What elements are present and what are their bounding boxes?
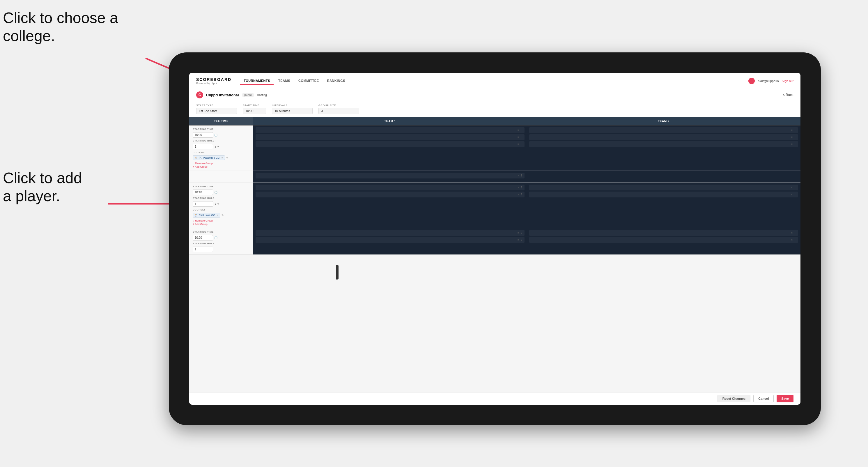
close-icon[interactable]: ×	[791, 186, 793, 189]
course-name-1: (A) Peachtree GC	[199, 156, 220, 159]
expand-icon[interactable]: ⋮	[520, 129, 523, 132]
close-icon[interactable]: ×	[791, 239, 793, 241]
starting-time-input-1[interactable]	[193, 132, 213, 138]
expand-icon[interactable]: ⋮	[794, 143, 796, 146]
reset-changes-button[interactable]: Reset Changes	[717, 395, 750, 402]
group-size-group: Group Size 3 2 4	[318, 104, 359, 114]
player-row: × ⋮	[529, 134, 798, 140]
schedule-row-course-1: × ⋮	[189, 171, 801, 183]
close-icon[interactable]: ×	[518, 193, 519, 196]
tablet-screen: SCOREBOARD Powered by clippi TOURNAMENTS…	[189, 73, 801, 405]
expand-icon[interactable]: ⋮	[520, 143, 523, 146]
nav-committee[interactable]: COMMITTEE	[295, 77, 322, 85]
app-logo: SCOREBOARD Powered by clippi	[196, 77, 231, 85]
close-icon[interactable]: ×	[518, 186, 519, 189]
th-team1: Team 1	[253, 117, 527, 125]
back-button[interactable]: < Back	[783, 93, 794, 97]
expand-icon[interactable]: ⋮	[794, 136, 796, 138]
team1-course-1: × ⋮	[253, 171, 527, 183]
th-team2: Team 2	[527, 117, 801, 125]
starting-hole-select-3[interactable]: 1 10	[193, 247, 213, 252]
team2-course-1	[527, 171, 801, 183]
remove-group-link-2[interactable]: ○ Remove Group	[193, 219, 249, 222]
config-panel-2: STARTING TIME: 🕐 STARTING HOLE: 1 10 ▲▼	[189, 183, 253, 228]
add-group-link-1[interactable]: + Add Group	[193, 165, 249, 168]
nav-links: TOURNAMENTS TEAMS COMMITTEE RANKINGS	[240, 77, 748, 85]
user-avatar	[748, 78, 755, 84]
close-icon[interactable]: ×	[791, 136, 793, 138]
add-group-link-2[interactable]: + Add Group	[193, 223, 249, 226]
start-type-group: Start Type 1st Tee Start Shotgun Start	[196, 104, 237, 114]
config-panel-1: STARTING TIME: 🕐 STARTING HOLE: 1 10 ▲▼	[189, 125, 253, 170]
close-icon[interactable]: ×	[791, 193, 793, 196]
start-time-input[interactable]	[243, 108, 266, 114]
expand-icon[interactable]: ⋮	[520, 193, 523, 196]
starting-hole-label-2: STARTING HOLE:	[193, 197, 249, 199]
course-edit-icon-1: ✎	[226, 156, 228, 159]
start-type-label: Start Type	[196, 104, 237, 107]
expand-icon[interactable]: ⋮	[520, 136, 523, 138]
close-icon[interactable]: ×	[791, 231, 793, 235]
expand-icon[interactable]: ⋮	[794, 186, 796, 189]
close-icon[interactable]: ×	[518, 143, 519, 146]
team1-cell-3: × ⋮ × ⋮	[253, 228, 527, 254]
starting-time-input-2[interactable]	[193, 190, 213, 195]
nav-tournaments[interactable]: TOURNAMENTS	[240, 77, 274, 85]
course-tag-2[interactable]: 🏌 East Lake GC ×	[193, 213, 220, 217]
table-header: Tee Time Team 1 Team 2	[189, 117, 801, 125]
table-body: STARTING TIME: 🕐 STARTING HOLE: 1 10 ▲▼	[189, 125, 801, 392]
group-size-select[interactable]: 3 2 4	[318, 108, 359, 114]
nav-rankings[interactable]: RANKINGS	[323, 77, 349, 85]
start-type-select[interactable]: 1st Tee Start Shotgun Start	[196, 108, 237, 114]
player-row: × ⋮	[255, 230, 525, 236]
start-time-label: Start Time	[243, 104, 266, 107]
close-icon[interactable]: ×	[791, 129, 793, 132]
course-tag-1[interactable]: 🏌 (A) Peachtree GC ×	[193, 155, 225, 160]
close-icon[interactable]: ×	[518, 129, 519, 132]
starting-hole-select-1[interactable]: 1 10	[193, 144, 213, 149]
schedule-table: Tee Time Team 1 Team 2 STARTING TIME: 🕐 …	[189, 117, 801, 392]
expand-icon[interactable]: ⋮	[520, 231, 523, 235]
brand-sub: Powered by clippi	[196, 82, 231, 85]
footer-bar: Reset Changes Cancel Save	[189, 392, 801, 405]
starting-time-input-3[interactable]	[193, 235, 213, 241]
schedule-row-2: STARTING TIME: 🕐 STARTING HOLE: 1 10 ▲▼	[189, 183, 801, 228]
expand-icon[interactable]: ⋮	[520, 186, 523, 189]
expand-icon[interactable]: ⋮	[794, 239, 796, 241]
config-panel-course-1	[189, 171, 253, 183]
close-icon[interactable]: ×	[518, 136, 519, 138]
close-icon[interactable]: ×	[791, 143, 793, 146]
course-remove-2[interactable]: ×	[217, 214, 218, 217]
expand-icon[interactable]: ⋮	[520, 174, 523, 177]
course-name-2: East Lake GC	[199, 214, 215, 217]
schedule-row: STARTING TIME: 🕐 STARTING HOLE: 1 10 ▲▼	[189, 125, 801, 171]
starting-time-label-1: STARTING TIME:	[193, 128, 249, 130]
course-tag-icon-1: 🏌	[195, 157, 198, 159]
nav-teams[interactable]: TEAMS	[275, 77, 294, 85]
close-icon[interactable]: ×	[518, 174, 519, 177]
intervals-select[interactable]: 10 Minutes 8 Minutes 12 Minutes	[272, 108, 313, 114]
starting-hole-select-2[interactable]: 1 10	[193, 201, 213, 207]
cancel-button[interactable]: Cancel	[753, 395, 774, 402]
course-label-1: COURSE:	[193, 151, 249, 154]
expand-icon[interactable]: ⋮	[794, 231, 796, 235]
expand-icon[interactable]: ⋮	[520, 239, 523, 241]
team2-cell-2: × ⋮ × ⋮	[527, 183, 801, 228]
course-remove-1[interactable]: ×	[221, 156, 223, 159]
close-icon[interactable]: ×	[518, 231, 519, 235]
expand-icon[interactable]: ⋮	[794, 129, 796, 132]
remove-group-link-1[interactable]: ○ Remove Group	[193, 162, 249, 165]
player-row: × ⋮	[529, 230, 798, 236]
save-button[interactable]: Save	[777, 395, 794, 402]
player-row: × ⋮	[529, 237, 798, 243]
close-icon[interactable]: ×	[518, 239, 519, 241]
sign-out-link[interactable]: Sign out	[782, 79, 794, 83]
expand-icon[interactable]: ⋮	[794, 193, 796, 196]
schedule-row-3: STARTING TIME: 🕐 STARTING HOLE: 1 10	[189, 228, 801, 255]
user-email: blair@clippd.io	[758, 79, 779, 83]
tablet-frame: SCOREBOARD Powered by clippi TOURNAMENTS…	[169, 53, 821, 425]
starting-hole-label-1: STARTING HOLE:	[193, 139, 249, 142]
intervals-label: Intervals	[272, 104, 313, 107]
player-row: × ⋮	[255, 185, 525, 190]
th-tee-time: Tee Time	[189, 117, 253, 125]
